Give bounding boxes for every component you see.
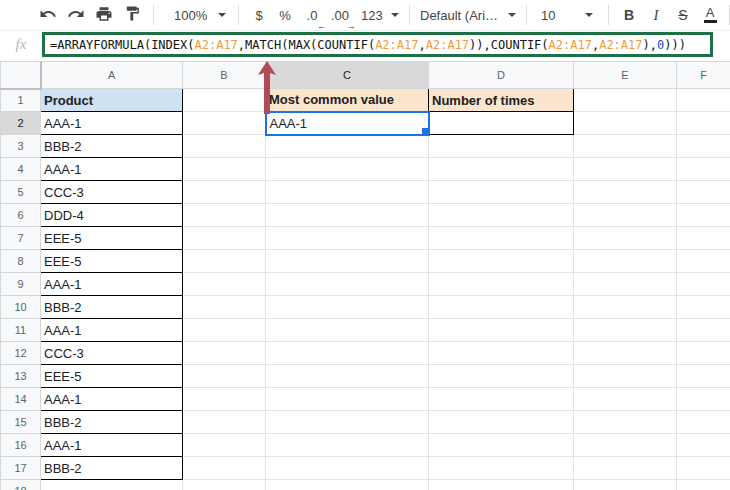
cell-e7[interactable] [574, 227, 677, 250]
column-header-c[interactable]: C [266, 62, 429, 89]
column-header-d[interactable]: D [429, 62, 574, 89]
text-color-button[interactable]: A [699, 3, 721, 27]
format-percent-button[interactable]: % [275, 3, 295, 27]
cell-d16[interactable] [429, 434, 574, 457]
cell-b12[interactable] [183, 342, 266, 365]
cell-b5[interactable] [183, 181, 266, 204]
italic-button[interactable]: I [645, 3, 667, 27]
cell-d15[interactable] [429, 411, 574, 434]
cell-d17[interactable] [429, 457, 574, 480]
cell-e12[interactable] [574, 342, 677, 365]
cell-b2[interactable] [183, 112, 266, 135]
cell-b8[interactable] [183, 250, 266, 273]
cell-c11[interactable] [266, 319, 429, 342]
column-header-a[interactable]: A [41, 62, 183, 89]
cell-d11[interactable] [429, 319, 574, 342]
cell-b6[interactable] [183, 204, 266, 227]
cell-d5[interactable] [429, 181, 574, 204]
cell-c17[interactable] [266, 457, 429, 480]
cell-e5[interactable] [574, 181, 677, 204]
cell-b18[interactable] [183, 480, 266, 490]
redo-button[interactable] [64, 3, 88, 27]
cell-b3[interactable] [183, 135, 266, 158]
cell-e9[interactable] [574, 273, 677, 296]
font-size-select[interactable]: 10 [535, 3, 599, 27]
cell-d10[interactable] [429, 296, 574, 319]
cell-f2[interactable] [677, 112, 730, 135]
cell-d3[interactable] [429, 135, 574, 158]
column-header-b[interactable]: B [183, 62, 266, 89]
row-header-10[interactable]: 10 [1, 296, 41, 319]
row-header-8[interactable]: 8 [1, 250, 41, 273]
increase-decimal-button[interactable]: .00 → [327, 3, 353, 27]
cell-c2-selected[interactable]: AAA-1 [266, 112, 429, 135]
cell-e18[interactable] [574, 480, 677, 490]
row-header-6[interactable]: 6 [1, 204, 41, 227]
cell-e1[interactable] [574, 89, 677, 112]
decrease-decimal-button[interactable]: .0 ← [301, 3, 323, 27]
row-header-15[interactable]: 15 [1, 411, 41, 434]
cell-c15[interactable] [266, 411, 429, 434]
row-header-11[interactable]: 11 [1, 319, 41, 342]
row-header-9[interactable]: 9 [1, 273, 41, 296]
cell-f14[interactable] [677, 388, 730, 411]
row-header-3[interactable]: 3 [1, 135, 41, 158]
cell-c3[interactable] [266, 135, 429, 158]
cell-d18[interactable] [429, 480, 574, 490]
row-header-16[interactable]: 16 [1, 434, 41, 457]
cell-a9[interactable]: AAA-1 [41, 273, 183, 296]
cell-c12[interactable] [266, 342, 429, 365]
cell-a2[interactable]: AAA-1 [41, 112, 183, 135]
more-formats-button[interactable]: 123 [359, 3, 401, 27]
cell-f8[interactable] [677, 250, 730, 273]
cell-b11[interactable] [183, 319, 266, 342]
cell-d6[interactable] [429, 204, 574, 227]
cell-e4[interactable] [574, 158, 677, 181]
cell-d4[interactable] [429, 158, 574, 181]
cell-b13[interactable] [183, 365, 266, 388]
zoom-select[interactable]: 100% [172, 3, 228, 27]
print-button[interactable] [92, 3, 116, 27]
cell-c6[interactable] [266, 204, 429, 227]
cell-e11[interactable] [574, 319, 677, 342]
cell-a7[interactable]: EEE-5 [41, 227, 183, 250]
cell-f3[interactable] [677, 135, 730, 158]
bold-button[interactable]: B [618, 3, 640, 27]
cell-a17[interactable]: BBB-2 [41, 457, 183, 480]
cell-a3[interactable]: BBB-2 [41, 135, 183, 158]
row-header-14[interactable]: 14 [1, 388, 41, 411]
undo-button[interactable] [36, 3, 60, 27]
cell-c9[interactable] [266, 273, 429, 296]
cell-d2[interactable] [429, 112, 574, 135]
cell-d14[interactable] [429, 388, 574, 411]
cell-b15[interactable] [183, 411, 266, 434]
cell-c14[interactable] [266, 388, 429, 411]
cell-f11[interactable] [677, 319, 730, 342]
cell-f12[interactable] [677, 342, 730, 365]
formula-input[interactable]: =ARRAYFORMULA(INDEX(A2:A17,MATCH(MAX(COU… [42, 32, 713, 57]
cell-a10[interactable]: BBB-2 [41, 296, 183, 319]
cell-b7[interactable] [183, 227, 266, 250]
cell-e8[interactable] [574, 250, 677, 273]
cell-b10[interactable] [183, 296, 266, 319]
cell-d12[interactable] [429, 342, 574, 365]
row-header-7[interactable]: 7 [1, 227, 41, 250]
cell-e6[interactable] [574, 204, 677, 227]
cell-c5[interactable] [266, 181, 429, 204]
row-header-4[interactable]: 4 [1, 158, 41, 181]
cell-c4[interactable] [266, 158, 429, 181]
row-header-18[interactable]: 18 [1, 480, 41, 490]
cell-f5[interactable] [677, 181, 730, 204]
cell-a18[interactable] [41, 480, 183, 490]
cell-f6[interactable] [677, 204, 730, 227]
cell-e15[interactable] [574, 411, 677, 434]
cell-a12[interactable]: CCC-3 [41, 342, 183, 365]
row-header-13[interactable]: 13 [1, 365, 41, 388]
cell-e3[interactable] [574, 135, 677, 158]
cell-a8[interactable]: EEE-5 [41, 250, 183, 273]
cell-c8[interactable] [266, 250, 429, 273]
cell-a14[interactable]: AAA-1 [41, 388, 183, 411]
cell-f4[interactable] [677, 158, 730, 181]
cell-b14[interactable] [183, 388, 266, 411]
strikethrough-button[interactable]: S [672, 3, 694, 27]
